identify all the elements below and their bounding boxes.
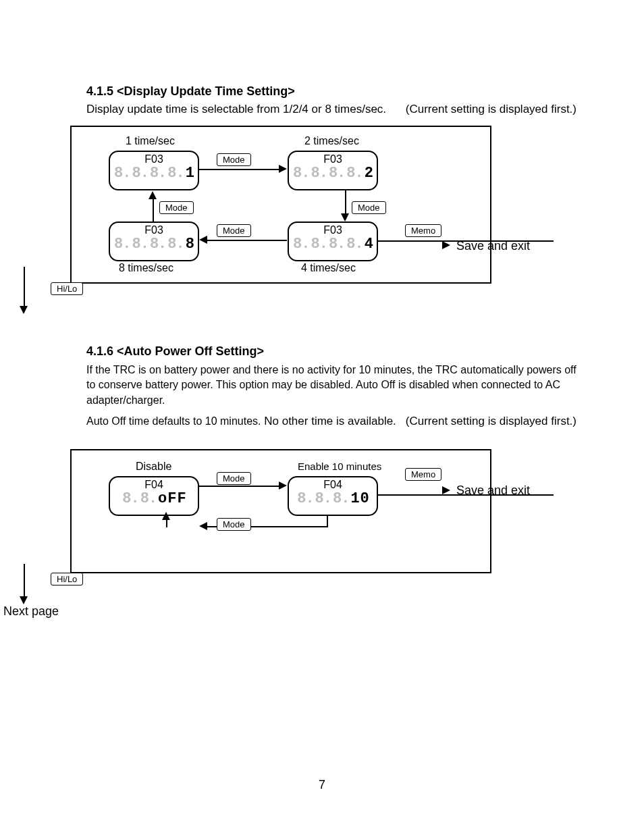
current-setting-note-1: (Current setting is displayed first.) xyxy=(406,103,576,116)
lcd-code: F04 xyxy=(110,479,198,491)
lcd-code: F03 xyxy=(289,153,377,165)
caption-8-times-sec: 8 times/sec xyxy=(119,262,173,274)
lcd-f03-2: F03 8.8.8.8. 2 xyxy=(288,151,378,190)
section-4-1-5-heading: 4.1.5 <Display Update Time Setting> xyxy=(86,84,576,99)
save-and-exit-label: Save and exit xyxy=(456,239,530,253)
lcd-f03-1: F03 8.8.8.8. 1 xyxy=(109,151,199,190)
mode-button[interactable]: Mode xyxy=(217,518,251,531)
lcd-f03-4: F03 8.8.8.8. 4 xyxy=(288,221,378,261)
caption-enable-10: Enable 10 minutes xyxy=(298,461,381,472)
mode-button[interactable]: Mode xyxy=(352,201,386,214)
section-4-1-6-para2a: Auto Off time defaults to 10 minutes. xyxy=(86,415,261,427)
section-4-1-5-desc: Display update time is selectable from 1… xyxy=(86,103,386,116)
lcd-code: F03 xyxy=(110,224,198,236)
lcd-value: 4 xyxy=(365,237,373,252)
lcd-value: 2 xyxy=(365,166,373,181)
save-and-exit-label-2: Save and exit xyxy=(456,484,530,498)
caption-2-times-sec: 2 times/sec xyxy=(304,135,359,147)
lcd-code: F04 xyxy=(289,479,377,491)
lcd-code: F03 xyxy=(289,224,377,236)
lcd-code: F03 xyxy=(110,153,198,165)
diagram-display-update: 1 time/sec 2 times/sec 8 times/sec 4 tim… xyxy=(70,126,491,284)
hilo-button[interactable]: Hi/Lo xyxy=(51,573,83,585)
caption-disable: Disable xyxy=(136,461,171,473)
lcd-f04-off: F04 8.8. oFF xyxy=(109,476,199,516)
lcd-f04-10: F04 8.8.8. 10 xyxy=(288,476,378,516)
lcd-value: 8 xyxy=(186,237,194,252)
mode-button[interactable]: Mode xyxy=(217,153,251,166)
lcd-f03-8: F03 8.8.8.8. 8 xyxy=(109,221,199,261)
mode-button[interactable]: Mode xyxy=(217,224,251,237)
page-number: 7 xyxy=(0,778,644,792)
mode-button[interactable]: Mode xyxy=(159,201,194,214)
hilo-button[interactable]: Hi/Lo xyxy=(51,282,83,295)
caption-4-times-sec: 4 times/sec xyxy=(301,262,356,274)
section-4-1-6-heading: 4.1.6 <Auto Power Off Setting> xyxy=(86,344,576,359)
memo-button[interactable]: Memo xyxy=(405,468,441,481)
mode-button[interactable]: Mode xyxy=(217,472,251,485)
next-page-label: Next page xyxy=(3,604,59,619)
section-4-1-6-para2b: No other time is available. xyxy=(261,415,396,427)
lcd-value: 1 xyxy=(186,166,194,181)
memo-button[interactable]: Memo xyxy=(405,224,441,237)
caption-1-time-sec: 1 time/sec xyxy=(126,135,175,147)
current-setting-note-2: (Current setting is displayed first.) xyxy=(406,415,576,428)
section-4-1-6-para1: If the TRC is on battery power and there… xyxy=(86,363,576,408)
